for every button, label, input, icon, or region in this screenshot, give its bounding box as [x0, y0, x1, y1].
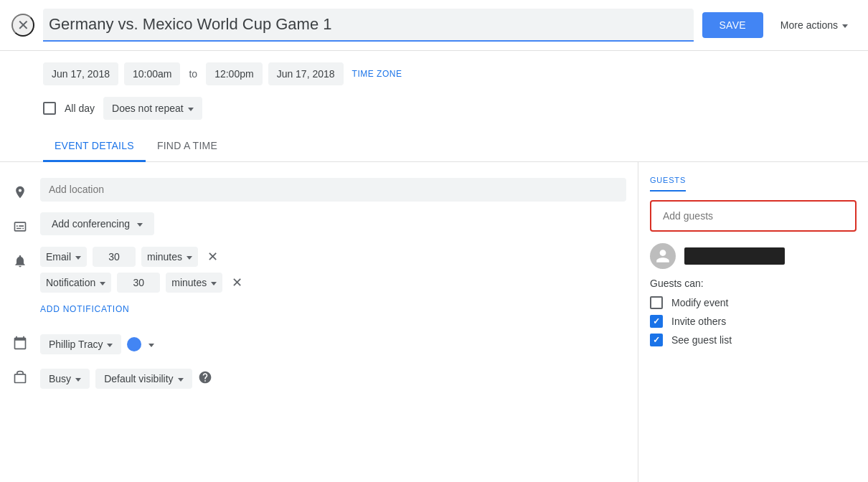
save-button[interactable]: SAVE — [702, 12, 763, 38]
status-content: Busy Default visibility — [40, 363, 626, 389]
header: ✕ SAVE More actions — [0, 0, 868, 51]
close-icon: ✕ — [17, 16, 29, 34]
repeat-dropdown[interactable]: Does not repeat — [103, 97, 202, 120]
add-conferencing-button[interactable]: Add conferencing — [40, 212, 154, 235]
end-time-button[interactable]: 12:00pm — [206, 62, 262, 85]
modify-event-checkbox[interactable] — [650, 296, 663, 309]
notif-unit-select-2[interactable]: minutes — [166, 273, 222, 293]
tab-event-details[interactable]: EVENT DETAILS — [43, 131, 146, 162]
calendar-owner-label: Phillip Tracy — [49, 339, 103, 350]
notification-row-2: Notification minutes ✕ — [40, 273, 626, 293]
location-input[interactable] — [40, 178, 626, 202]
notif-unit-label-1: minutes — [147, 251, 182, 263]
status-row: Busy Default visibility — [0, 359, 638, 393]
notif-unit-label-2: minutes — [171, 277, 207, 288]
busy-status-select[interactable]: Busy — [40, 369, 90, 389]
add-guests-input[interactable] — [650, 200, 857, 232]
permission-row-guest-list: See guest list — [650, 334, 857, 346]
invite-others-checkbox[interactable] — [650, 315, 663, 328]
notif-value-input-1[interactable] — [93, 247, 136, 267]
notif-type-label-1: Email — [46, 251, 71, 263]
calendar-color-dot — [127, 337, 141, 351]
calendar-icon — [11, 334, 29, 351]
bell-icon — [11, 252, 29, 270]
start-time-button[interactable]: 10:00am — [124, 62, 180, 85]
more-actions-button[interactable]: More actions — [772, 14, 857, 37]
busy-status-label: Busy — [49, 373, 71, 384]
repeat-chevron-icon — [187, 103, 194, 114]
remove-notification-1-button[interactable]: ✕ — [204, 248, 221, 265]
conferencing-chevron-icon — [136, 218, 143, 230]
calendar-row: Phillip Tracy — [0, 324, 638, 359]
see-guest-list-checkbox[interactable] — [650, 334, 663, 346]
visibility-select[interactable]: Default visibility — [95, 369, 192, 389]
notifications-row: Email minutes ✕ Notification — [0, 242, 638, 324]
calendar-color-chevron-icon — [147, 339, 154, 350]
guest-name-redacted — [684, 247, 785, 265]
notification-row-1: Email minutes ✕ — [40, 247, 626, 267]
notif-type-chevron-2 — [98, 277, 105, 288]
conferencing-content: Add conferencing — [40, 212, 626, 235]
location-content — [40, 178, 626, 202]
modify-event-label: Modify event — [671, 297, 728, 308]
visibility-chevron-icon — [176, 373, 184, 384]
briefcase-icon — [11, 369, 29, 386]
conferencing-row: Add conferencing — [0, 208, 638, 242]
guests-can-title: Guests can: — [650, 278, 857, 289]
permission-row-modify: Modify event — [650, 296, 857, 309]
allday-label: All day — [65, 103, 95, 114]
right-panel: GUESTS Guests can: Modify event Invite o… — [638, 162, 868, 482]
add-notification-button[interactable]: ADD NOTIFICATION — [40, 298, 129, 320]
location-icon — [11, 184, 29, 201]
datetime-row: Jun 17, 2018 10:00am to 12:00pm Jun 17, … — [0, 51, 868, 97]
more-actions-chevron-icon — [841, 19, 848, 31]
more-actions-label: More actions — [780, 19, 838, 31]
remove-notification-2-button[interactable]: ✕ — [228, 274, 245, 291]
invite-others-label: Invite others — [671, 316, 726, 327]
location-row — [0, 174, 638, 208]
permission-row-invite: Invite others — [650, 315, 857, 328]
busy-status-chevron-icon — [74, 373, 81, 384]
end-date-button[interactable]: Jun 17, 2018 — [268, 62, 344, 85]
calendar-owner-chevron-icon — [105, 339, 113, 350]
conferencing-label: Add conferencing — [52, 218, 130, 230]
guest-item — [650, 243, 857, 269]
timezone-button[interactable]: TIME ZONE — [349, 63, 405, 85]
tab-find-time[interactable]: FIND A TIME — [146, 131, 229, 162]
calendar-select-row: Phillip Tracy — [40, 334, 626, 354]
guest-avatar — [650, 243, 676, 269]
status-select-row: Busy Default visibility — [40, 369, 626, 389]
guests-title: GUESTS — [650, 176, 686, 192]
to-separator: to — [186, 68, 200, 80]
left-panel: Add conferencing Email minut — [0, 162, 638, 482]
notif-unit-chevron-2 — [209, 277, 217, 288]
notif-type-chevron-1 — [74, 251, 81, 263]
notif-type-label-2: Notification — [46, 277, 95, 288]
see-guest-list-label: See guest list — [671, 334, 732, 346]
notif-type-select-2[interactable]: Notification — [40, 273, 111, 293]
notifications-content: Email minutes ✕ Notification — [40, 247, 626, 320]
conferencing-icon — [11, 218, 29, 235]
notif-type-select-1[interactable]: Email — [40, 247, 87, 267]
main-content: Add conferencing Email minut — [0, 162, 868, 482]
repeat-label: Does not repeat — [112, 103, 184, 114]
event-title-input[interactable] — [43, 9, 694, 42]
start-date-button[interactable]: Jun 17, 2018 — [43, 62, 118, 85]
close-button[interactable]: ✕ — [11, 14, 34, 37]
tabs: EVENT DETAILS FIND A TIME — [0, 131, 868, 162]
allday-row: All day Does not repeat — [0, 97, 868, 131]
notif-value-input-2[interactable] — [117, 273, 160, 293]
visibility-label: Default visibility — [104, 373, 173, 384]
help-icon[interactable] — [198, 370, 212, 388]
allday-checkbox[interactable] — [43, 102, 56, 115]
calendar-owner-select[interactable]: Phillip Tracy — [40, 334, 121, 354]
notif-unit-select-1[interactable]: minutes — [141, 247, 198, 267]
calendar-content: Phillip Tracy — [40, 329, 626, 354]
notif-unit-chevron-1 — [185, 251, 192, 263]
